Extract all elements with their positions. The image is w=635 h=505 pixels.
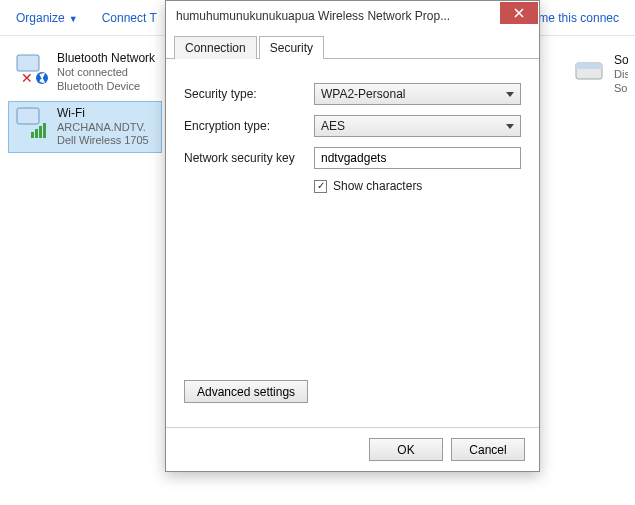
adapter-status: Not connected: [57, 66, 155, 80]
adapter-status: Disconnecte: [614, 68, 628, 82]
chevron-down-icon: ▼: [69, 14, 78, 24]
svg-rect-5: [35, 129, 38, 138]
wifi-adapter-icon: [15, 106, 49, 140]
tab-strip: Connection Security: [166, 31, 539, 59]
connect-to-link[interactable]: Connect T: [102, 11, 157, 25]
adapter-device: Dell Wireless 1705: [57, 134, 149, 148]
dialog-footer: OK Cancel: [166, 427, 539, 471]
vpn-adapter-icon: [572, 53, 606, 87]
security-type-value: WPA2-Personal: [321, 87, 405, 101]
adapter-name: Wi-Fi: [57, 106, 149, 121]
ok-button[interactable]: OK: [369, 438, 443, 461]
network-connections-list-right: SonicWALL I Disconnecte SonicWALL I: [565, 36, 635, 101]
svg-rect-7: [43, 123, 46, 138]
network-key-label: Network security key: [184, 151, 314, 165]
wireless-properties-dialog: humuhumunukunukuapua Wireless Network Pr…: [165, 0, 540, 472]
tab-security[interactable]: Security: [259, 36, 324, 59]
show-characters-label: Show characters: [333, 179, 422, 193]
adapter-name: Bluetooth Network: [57, 51, 155, 66]
adapter-status: ARCHANA.NDTV.: [57, 121, 149, 135]
network-key-input[interactable]: [314, 147, 521, 169]
advanced-settings-button[interactable]: Advanced settings: [184, 380, 308, 403]
security-type-select[interactable]: WPA2-Personal: [314, 83, 521, 105]
dialog-body: Security type: WPA2-Personal Encryption …: [166, 59, 539, 427]
list-item[interactable]: SonicWALL I Disconnecte SonicWALL I: [565, 48, 635, 101]
close-icon: [514, 8, 524, 18]
check-icon: ✓: [317, 181, 325, 191]
encryption-type-value: AES: [321, 119, 345, 133]
svg-rect-3: [17, 108, 39, 124]
svg-rect-6: [39, 126, 42, 138]
adapter-name: SonicWALL I: [614, 53, 628, 68]
dialog-title: humuhumunukunukuapua Wireless Network Pr…: [176, 9, 539, 23]
security-type-label: Security type:: [184, 87, 314, 101]
cancel-button[interactable]: Cancel: [451, 438, 525, 461]
adapter-device: SonicWALL I: [614, 82, 628, 96]
list-item[interactable]: ✕ Bluetooth Network Not connected Blueto…: [8, 46, 162, 99]
svg-rect-4: [31, 132, 34, 138]
adapter-device: Bluetooth Device: [57, 80, 155, 94]
svg-text:✕: ✕: [21, 70, 33, 85]
bluetooth-adapter-icon: ✕: [15, 51, 49, 85]
dialog-titlebar: humuhumunukunukuapua Wireless Network Pr…: [166, 1, 539, 31]
organize-menu[interactable]: Organize▼: [16, 11, 78, 25]
encryption-type-label: Encryption type:: [184, 119, 314, 133]
list-item[interactable]: Wi-Fi ARCHANA.NDTV. Dell Wireless 1705: [8, 101, 162, 154]
svg-rect-9: [576, 63, 602, 69]
organize-label: Organize: [16, 11, 65, 25]
tab-connection[interactable]: Connection: [174, 36, 257, 59]
show-characters-checkbox[interactable]: ✓: [314, 180, 327, 193]
svg-rect-0: [17, 55, 39, 71]
close-button[interactable]: [500, 2, 538, 24]
encryption-type-select[interactable]: AES: [314, 115, 521, 137]
